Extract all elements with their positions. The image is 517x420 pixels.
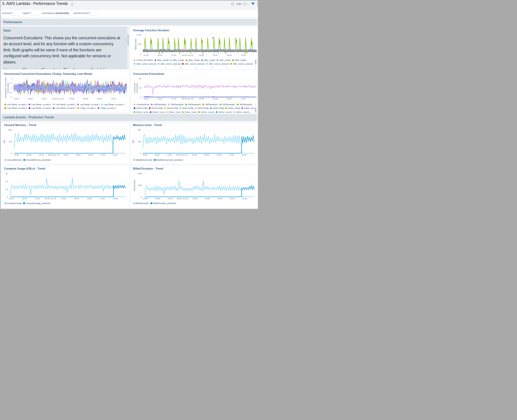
svg-text:15:00: 15:00 <box>143 98 148 100</box>
svg-text:Unreserved Concurrent: Unreserved Concurrent <box>4 77 7 98</box>
svg-text:0: 0 <box>11 96 12 98</box>
svg-text:basicConfig: basicConfig <box>151 107 163 109</box>
svg-text:MB: MB <box>3 140 6 143</box>
svg-text:after_create: after_create <box>235 59 246 61</box>
svg-text:0: 0 <box>140 96 141 98</box>
svg-text:00:00 Jun 24: 00:00 Jun 24 <box>176 154 187 156</box>
svg-text:40k: 40k <box>138 129 141 131</box>
svg-text:03:00: 03:00 <box>193 198 197 200</box>
svg-text:21:00: 21:00 <box>168 198 173 200</box>
svg-text:50k: 50k <box>9 141 12 143</box>
svg-text:Last Week, us-east-2: Last Week, us-east-2 <box>104 103 124 106</box>
svg-text:21:00: 21:00 <box>39 154 44 156</box>
svg-text:20k: 20k <box>138 141 141 143</box>
svg-text:06:00: 06:00 <box>74 198 79 200</box>
svg-text:12:00: 12:00 <box>229 154 234 156</box>
svg-text:AWSlambda1: AWSlambda1 <box>222 103 235 106</box>
svg-text:ComputeUsage_predicted: ComputeUsage_predicted <box>25 202 50 205</box>
svg-text:60: 60 <box>6 172 8 175</box>
svg-text:21:00: 21:00 <box>171 98 176 100</box>
svg-text:09:00: 09:00 <box>217 154 222 156</box>
svg-text:bdate_range: bdate_range <box>185 111 197 113</box>
svg-text:15:00: 15:00 <box>143 54 148 56</box>
svg-text:after_cursor_execute: after_cursor_execute <box>136 63 156 65</box>
svg-text:15:00: 15:00 <box>9 198 14 200</box>
svg-text:0.5: 0.5 <box>9 91 12 94</box>
svg-text:2: 2 <box>11 77 12 80</box>
svg-text:after_create: after_create <box>204 59 215 61</box>
svg-text:Compute Usage (GB-s) - Trend: Compute Usage (GB-s) - Trend <box>4 167 45 170</box>
svg-text:Executions: Executions <box>136 83 138 93</box>
svg-text:1.5: 1.5 <box>9 82 12 84</box>
svg-text:100: 100 <box>138 77 141 80</box>
svg-text:Across All entities: Across All entities <box>136 59 153 61</box>
svg-text:18:00: 18:00 <box>28 98 33 100</box>
svg-text:Average Function Duration: Average Function Duration <box>133 29 169 32</box>
svg-text:BilledDuration_predicted: BilledDuration_predicted <box>153 202 176 205</box>
svg-text:Last Week, us-east-2: Last Week, us-east-2 <box>31 107 51 109</box>
svg-text:09:00: 09:00 <box>88 154 93 156</box>
svg-text:18:00: 18:00 <box>155 154 159 156</box>
svg-text:50: 50 <box>139 87 141 89</box>
svg-text:06:00: 06:00 <box>204 154 209 156</box>
svg-text:15:00: 15:00 <box>14 154 19 156</box>
svg-text:AWSlambda1: AWSlambda1 <box>154 103 166 106</box>
svg-text:06:00: 06:00 <box>205 198 210 200</box>
svg-text:09:00: 09:00 <box>217 198 222 200</box>
svg-text:15:00: 15:00 <box>143 198 148 200</box>
svg-text:ComputeUsage: ComputeUsage <box>7 202 22 205</box>
svg-text:after_cursor_execute: after_cursor_execute <box>185 63 204 65</box>
svg-text:12:00: 12:00 <box>111 98 116 100</box>
svg-text:Memory Used - Trend: Memory Used - Trend <box>133 123 162 127</box>
svg-text:21:00: 21:00 <box>42 98 47 100</box>
svg-text:0: 0 <box>140 52 141 55</box>
svg-text:MB: MB <box>132 140 135 143</box>
svg-text:400k: 400k <box>138 172 142 175</box>
svg-text:Milliseconds: Milliseconds <box>133 180 136 191</box>
svg-text:before_events: before_events <box>236 111 249 113</box>
svg-text:12:00: 12:00 <box>241 98 246 100</box>
svg-text:12:00: 12:00 <box>241 54 246 56</box>
svg-text:Milliseconds: Milliseconds <box>135 39 137 50</box>
svg-text:BilledDuration: BilledDuration <box>136 202 149 205</box>
svg-text:before_events: before_events <box>218 111 232 113</box>
svg-text:AWSlambda1: AWSlambda1 <box>188 103 201 106</box>
svg-text:Today, us-east-1: Today, us-east-1 <box>100 107 116 109</box>
svg-text:0: 0 <box>141 196 142 198</box>
svg-text:Concurrent: Concurrent <box>134 83 136 93</box>
svg-text:03:00: 03:00 <box>192 154 197 156</box>
svg-text:06:00: 06:00 <box>213 98 218 100</box>
svg-text:18:00: 18:00 <box>26 154 31 156</box>
svg-text:1,000: 1,000 <box>136 34 141 36</box>
svg-text:bdate_range: bdate_range <box>152 111 164 113</box>
svg-text:21:00: 21:00 <box>171 54 176 56</box>
svg-text:after_cursor_execute: after_cursor_execute <box>160 63 180 65</box>
svg-text:Last Week, us-east-1: Last Week, us-east-1 <box>7 103 27 106</box>
svg-text:09:00: 09:00 <box>227 98 232 100</box>
svg-text:03:00: 03:00 <box>61 198 66 200</box>
svg-text:basicConfig: basicConfig <box>167 107 178 109</box>
svg-text:MaxMemoryUsed_predicted: MaxMemoryUsed_predicted <box>156 159 183 161</box>
svg-text:06:00: 06:00 <box>213 54 218 56</box>
svg-text:Concurrent Executions: Concurrent Executions <box>133 72 164 75</box>
svg-text:bdate_range: bdate_range <box>244 107 256 109</box>
svg-text:03:00: 03:00 <box>69 98 74 100</box>
svg-text:0: 0 <box>11 152 12 154</box>
svg-text:18:00: 18:00 <box>22 198 27 200</box>
svg-text:15:00: 15:00 <box>113 198 118 200</box>
svg-text:UnusedMemory_predicted: UnusedMemory_predicted <box>26 159 51 161</box>
svg-text:Unused Memory - Trend: Unused Memory - Trend <box>4 123 36 127</box>
svg-text:21:00: 21:00 <box>167 154 172 156</box>
svg-text:09:00: 09:00 <box>87 198 92 200</box>
svg-text:after_create: after_create <box>188 59 200 61</box>
svg-text:20: 20 <box>6 188 8 190</box>
svg-text:Unreserved Concurrent Executio: Unreserved Concurrent Executions (Today,… <box>4 72 92 75</box>
svg-text:00:00 Jun 24: 00:00 Jun 24 <box>48 154 59 156</box>
svg-text:200k: 200k <box>138 184 142 186</box>
svg-text:AWSlambda1: AWSlambda1 <box>240 103 252 106</box>
svg-text:Last Week, us-east-1: Last Week, us-east-1 <box>31 103 51 106</box>
svg-text:00:00 Jun 24: 00:00 Jun 24 <box>177 198 188 200</box>
svg-text:MaxMemoryUsed: MaxMemoryUsed <box>136 159 152 161</box>
svg-text:after_create: after_create <box>173 59 184 61</box>
svg-text:before_events: before_events <box>201 111 214 113</box>
